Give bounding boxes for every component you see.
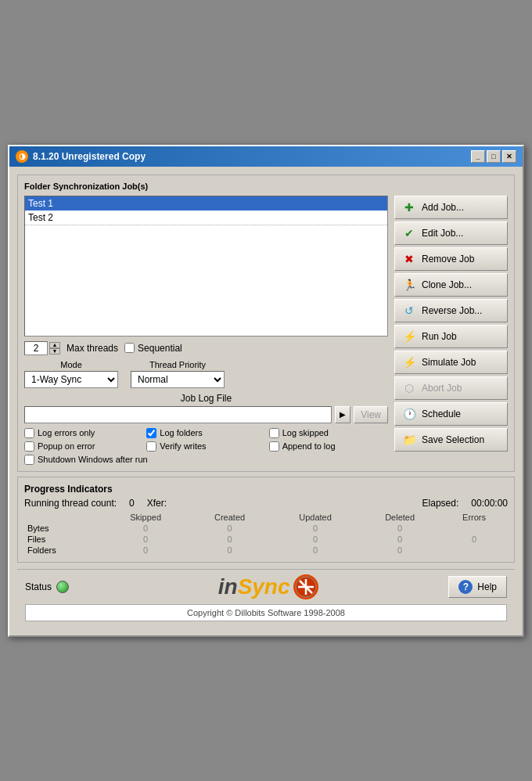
view-button[interactable]: View (354, 406, 388, 423)
log-skipped-item: Log skipped (269, 428, 388, 438)
col-skipped: Skipped (103, 512, 188, 523)
log-folders-checkbox[interactable] (146, 428, 156, 438)
progress-title: Progress Indicators (24, 484, 508, 495)
insync-icon (293, 574, 318, 599)
clone-job-button[interactable]: 🏃 Clone Job... (394, 273, 508, 297)
insync-in: in (218, 574, 238, 599)
simulate-job-button[interactable]: ⚡ Simulate Job (394, 351, 508, 374)
append-to-log-item: Append to log (269, 441, 388, 452)
running-thread-value: 0 (129, 498, 135, 509)
verify-writes-checkbox[interactable] (146, 441, 156, 452)
main-content: Folder Synchronization Job(s) Test 1 Tes… (9, 167, 523, 635)
run-job-button[interactable]: ⚡ Run Job (394, 325, 508, 348)
save-selection-button[interactable]: 📁 Save Selection (394, 428, 508, 452)
log-errors-only-item: Log errors only (24, 428, 143, 438)
progress-info-row: Running thread count: 0 Xfer: Elapsed: 0… (24, 498, 508, 509)
simulate-icon: ⚡ (401, 355, 417, 370)
reverse-icon: ↺ (401, 303, 417, 319)
row-bytes-created: 0 (188, 523, 271, 534)
col-created: Created (188, 512, 271, 523)
folder-sync-panel: Folder Synchronization Job(s) Test 1 Tes… (17, 175, 515, 472)
append-to-log-label: Append to log (282, 441, 336, 451)
thread-priority-label: Thread Priority (131, 360, 225, 369)
edit-job-button[interactable]: ✔ Edit Job... (394, 221, 508, 245)
app-icon: ◑ (16, 150, 28, 163)
mode-select[interactable]: 1-Way Sync 2-Way Sync Mirror Custom (24, 371, 118, 388)
log-errors-checkbox[interactable] (24, 428, 34, 438)
log-skipped-checkbox[interactable] (269, 428, 279, 438)
log-errors-label: Log errors only (38, 428, 95, 437)
remove-job-button[interactable]: ✖ Remove Job (394, 247, 508, 271)
mode-group: Mode 1-Way Sync 2-Way Sync Mirror Custom (24, 360, 118, 388)
sequential-checkbox-row: Sequential (124, 343, 182, 354)
reverse-job-button[interactable]: ↺ Reverse Job... (394, 299, 508, 322)
verify-writes-item: Verify writes (146, 441, 265, 452)
close-button[interactable]: ✕ (502, 150, 516, 163)
add-job-button[interactable]: ✚ Add Job... (394, 196, 508, 219)
job-item-test1[interactable]: Test 1 (25, 196, 387, 211)
row-files-deleted: 0 (359, 534, 440, 545)
window-title: 8.1.20 Unregistered Copy (33, 151, 146, 162)
spinner-up[interactable]: ▲ (49, 342, 60, 348)
row-bytes-deleted: 0 (359, 523, 440, 534)
progress-table: Skipped Created Updated Deleted Errors B… (24, 512, 508, 556)
max-threads-input[interactable] (24, 341, 48, 355)
main-area: Test 1 Test 2 ▲ ▼ Max threads (24, 196, 508, 465)
table-row: Bytes 0 0 0 0 (24, 523, 508, 534)
progress-section: Progress Indicators Running thread count… (17, 477, 515, 563)
log-input[interactable] (24, 406, 332, 423)
log-folders-item: Log folders (146, 428, 265, 438)
col-deleted: Deleted (359, 512, 440, 523)
col-updated: Updated (271, 512, 359, 523)
spinner-down[interactable]: ▼ (49, 348, 60, 355)
add-icon: ✚ (401, 200, 417, 215)
run-icon: ⚡ (401, 329, 417, 344)
job-item-test2[interactable]: Test 2 (25, 211, 387, 225)
browse-button[interactable]: ▶ (335, 406, 350, 423)
row-files-skipped: 0 (103, 534, 188, 545)
row-bytes-skipped: 0 (103, 523, 188, 534)
controls-row: ▲ ▼ Max threads Sequential (24, 341, 388, 355)
abort-icon: ⬡ (401, 380, 417, 396)
title-bar: ◑ 8.1.20 Unregistered Copy _ □ ✕ (9, 146, 523, 167)
minimize-button[interactable]: _ (471, 150, 485, 163)
job-list[interactable]: Test 1 Test 2 (24, 196, 388, 337)
col-errors: Errors (440, 512, 508, 523)
thread-control: ▲ ▼ (24, 341, 60, 355)
checkboxes-grid: Log errors only Log folders Log skipped (24, 428, 388, 452)
status-bar: Status inSync ? Help (17, 569, 515, 604)
log-input-row: ▶ View (24, 406, 388, 423)
help-icon: ? (458, 580, 473, 594)
sequential-label: Sequential (138, 343, 182, 354)
popup-on-error-checkbox[interactable] (24, 441, 34, 452)
append-to-log-checkbox[interactable] (269, 441, 279, 452)
row-files-created: 0 (188, 534, 271, 545)
mode-label: Mode (24, 360, 118, 369)
shutdown-checkbox[interactable] (24, 455, 34, 465)
running-thread-label: Running thread count: (24, 498, 117, 509)
help-button[interactable]: ? Help (448, 576, 507, 598)
insync-logo: inSync (95, 574, 440, 599)
status-label: Status (25, 581, 52, 592)
maximize-button[interactable]: □ (487, 150, 501, 163)
copyright-text: Copyright © Dillobits Software 1998-2008 (187, 608, 345, 617)
row-files-updated: 0 (271, 534, 359, 545)
table-row: Folders 0 0 0 0 (24, 545, 508, 556)
thread-priority-group: Thread Priority Normal Low High (131, 360, 225, 388)
log-label: Job Log File (24, 393, 388, 404)
row-files-label: Files (24, 534, 103, 545)
schedule-icon: 🕐 (401, 406, 417, 422)
schedule-button[interactable]: 🕐 Schedule (394, 402, 508, 426)
thread-priority-select[interactable]: Normal Low High (131, 371, 225, 388)
sequential-checkbox[interactable] (124, 343, 135, 353)
shutdown-label: Shutdown Windows after run (38, 455, 148, 464)
xfer-label: Xfer: (147, 498, 167, 509)
log-skipped-label: Log skipped (282, 428, 329, 437)
max-threads-label: Max threads (66, 343, 118, 354)
abort-job-button[interactable]: ⬡ Abort Job (394, 376, 508, 400)
row-folders-label: Folders (24, 545, 103, 556)
copyright-bar: Copyright © Dillobits Software 1998-2008 (25, 604, 507, 621)
popup-on-error-label: Popup on error (38, 441, 95, 451)
status-indicator (56, 581, 69, 593)
row-bytes-updated: 0 (271, 523, 359, 534)
